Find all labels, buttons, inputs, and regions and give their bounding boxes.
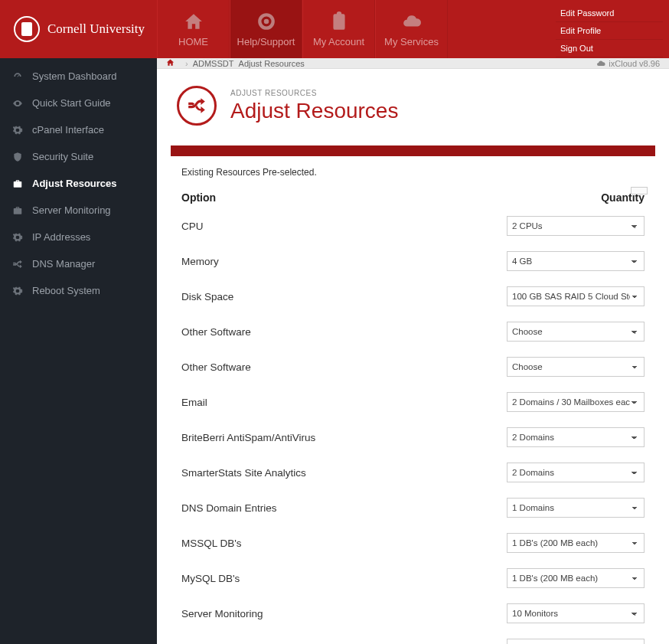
resource-label: Server Monitoring [181, 608, 507, 619]
resource-select-server-monitoring[interactable]: 10 Monitors [507, 603, 645, 623]
breadcrumb-node[interactable]: ADMSSDT [193, 59, 234, 68]
user-link-edit-password[interactable]: Edit Password [556, 5, 663, 22]
resource-label: Memory [181, 256, 507, 267]
cog-icon [12, 232, 23, 243]
resource-label: SmarterStats Site Analytics [181, 467, 507, 479]
column-headers: Option Quantity [181, 188, 645, 208]
version-label: ixCloud v8.96 [596, 59, 660, 68]
resource-row: Server Monitoring10 Monitors [181, 596, 645, 631]
home-icon[interactable] [166, 58, 175, 68]
resource-row: Other SoftwareChoose [181, 349, 645, 384]
resource-row: Email2 Domains / 30 Mailboxes each [181, 384, 645, 420]
briefcase-icon [12, 178, 23, 189]
quantity-chip [631, 187, 648, 195]
shuffle-icon [177, 86, 217, 126]
topnav-home[interactable]: HOME [157, 0, 230, 58]
resource-label: DNS Domain Entries [181, 502, 507, 514]
resource-row: IP's1 IPs [181, 631, 645, 644]
sidebar-item-dns-manager[interactable]: DNS Manager [0, 250, 157, 277]
page-kicker: ADJUST RESOURCES [230, 89, 398, 97]
page-head: ADJUST RESOURCES Adjust Resources [157, 69, 669, 145]
resource-select-mssql-db-s[interactable]: 1 DB's (200 MB each) [507, 533, 645, 553]
resource-select-dns-domain-entries[interactable]: 1 Domains [507, 498, 645, 518]
resource-select-other-software[interactable]: Choose [507, 357, 645, 377]
resources-panel: Existing Resources Pre-selected. Option … [171, 145, 655, 644]
resource-select-email[interactable]: 2 Domains / 30 Mailboxes each [507, 392, 645, 412]
resource-select-disk-space[interactable]: 100 GB SAS RAID 5 Cloud Storag [507, 286, 645, 306]
topnav-my-services[interactable]: My Services [375, 0, 448, 58]
resource-select-other-software[interactable]: Choose [507, 322, 645, 342]
sidebar-item-quick-start-guide[interactable]: Quick Start Guide [0, 90, 157, 116]
resource-row: Disk Space100 GB SAS RAID 5 Cloud Storag [181, 279, 645, 314]
shield-icon [12, 152, 23, 162]
lifering-icon [256, 11, 276, 31]
seal-icon [14, 16, 40, 42]
cloud-icon [402, 11, 422, 31]
home-icon [184, 11, 204, 31]
resource-row: MSSQL DB's1 DB's (200 MB each) [181, 525, 645, 561]
resource-select-briteberri-antispam-antivirus[interactable]: 2 Domains [507, 427, 645, 447]
resource-select-ip-s[interactable]: 1 IPs [507, 639, 645, 644]
resource-select-memory[interactable]: 4 GB [507, 251, 645, 271]
panel-accent [171, 145, 655, 156]
resource-row: CPU2 CPUs [181, 208, 645, 244]
sidebar-item-system-dashboard[interactable]: System Dashboard [0, 63, 157, 90]
main: › ADMSSDT Adjust Resources ixCloud v8.96… [157, 58, 669, 644]
cloud-icon [596, 59, 605, 68]
cog-icon [12, 286, 23, 296]
breadcrumb-sep: › [185, 59, 188, 68]
resource-select-cpu[interactable]: 2 CPUs [507, 216, 645, 236]
resource-label: Email [181, 397, 507, 408]
resource-label: Disk Space [181, 291, 507, 302]
page-title: Adjust Resources [230, 99, 398, 123]
briefcase-icon [12, 205, 23, 216]
eye-icon [12, 98, 23, 109]
resource-label: MySQL DB's [181, 573, 507, 584]
preselect-notice: Existing Resources Pre-selected. [181, 167, 645, 178]
header-quantity: Quantity [601, 191, 645, 204]
sidebar-item-reboot-system[interactable]: Reboot System [0, 277, 157, 304]
dashboard-icon [12, 71, 23, 82]
resource-label: CPU [181, 221, 507, 232]
clipboard-icon [329, 11, 349, 31]
cog-icon [12, 125, 23, 136]
brand-logo[interactable]: Cornell University [0, 0, 157, 58]
header: Cornell University HOMEHelp/SupportMy Ac… [0, 0, 669, 58]
resource-label: BriteBerri AntiSpam/AntiVirus [181, 432, 507, 443]
breadcrumb: › ADMSSDT Adjust Resources ixCloud v8.96 [157, 58, 669, 69]
resource-row: BriteBerri AntiSpam/AntiVirus2 Domains [181, 420, 645, 455]
breadcrumb-page: Adjust Resources [239, 59, 305, 68]
sidebar: System DashboardQuick Start GuidecPanel … [0, 58, 157, 644]
resource-select-smarterstats-site-analytics[interactable]: 2 Domains [507, 463, 645, 482]
header-option: Option [181, 191, 216, 204]
resource-row: SmarterStats Site Analytics2 Domains [181, 455, 645, 490]
resource-select-mysql-db-s[interactable]: 1 DB's (200 MB each) [507, 568, 645, 588]
resource-label: MSSQL DB's [181, 538, 507, 549]
top-nav: HOMEHelp/SupportMy AccountMy Services [157, 0, 448, 58]
user-links: Edit PasswordEdit ProfileSign Out [556, 0, 669, 58]
sidebar-item-security-suite[interactable]: Security Suite [0, 143, 157, 170]
topnav-my-account[interactable]: My Account [302, 0, 375, 58]
sidebar-item-cpanel-interface[interactable]: cPanel Interface [0, 116, 157, 143]
sidebar-item-adjust-resources[interactable]: Adjust Resources [0, 170, 157, 197]
user-link-sign-out[interactable]: Sign Out [556, 40, 663, 57]
sidebar-item-server-monitoring[interactable]: Server Monitoring [0, 197, 157, 224]
resource-row: MySQL DB's1 DB's (200 MB each) [181, 561, 645, 596]
topnav-help-support[interactable]: Help/Support [230, 0, 302, 58]
resource-row: DNS Domain Entries1 Domains [181, 490, 645, 525]
brand-name: Cornell University [47, 21, 145, 37]
user-link-edit-profile[interactable]: Edit Profile [556, 22, 663, 40]
shuffle-icon [12, 259, 23, 270]
resource-label: Other Software [181, 361, 507, 373]
sidebar-item-ip-addresses[interactable]: IP Addresses [0, 224, 157, 250]
resource-row: Other SoftwareChoose [181, 314, 645, 349]
resource-row: Memory4 GB [181, 244, 645, 279]
resource-label: Other Software [181, 326, 507, 338]
